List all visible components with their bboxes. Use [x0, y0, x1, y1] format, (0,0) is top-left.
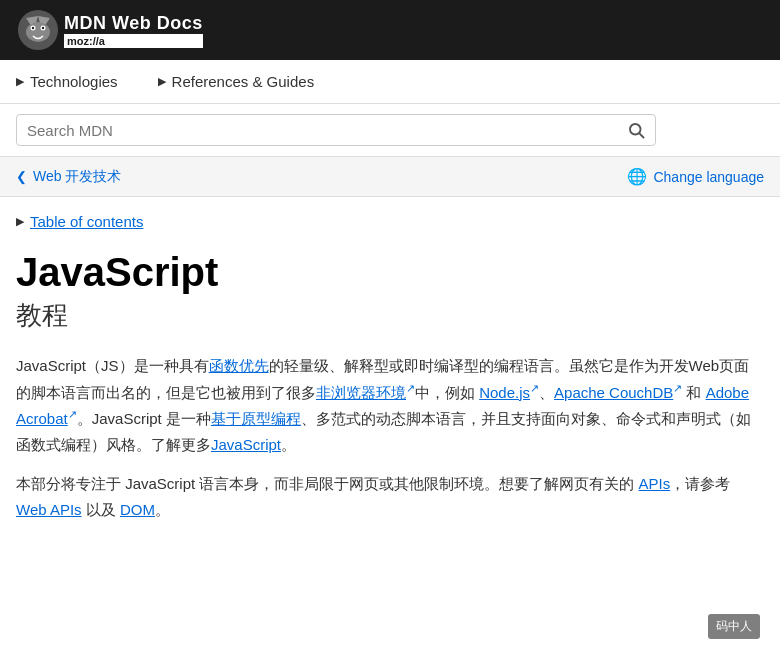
- p1-link-js-more[interactable]: JavaScript: [211, 436, 281, 453]
- p1-ext-icon-2: ↗: [530, 382, 539, 394]
- article-body: JavaScript 教程 JavaScript（JS）是一种具有函数优先的轻量…: [16, 250, 764, 522]
- p2-text2: ，请参考: [670, 475, 730, 492]
- technologies-nav-item[interactable]: ▶ Technologies: [16, 73, 118, 90]
- logo-mdn-text: MDN Web Docs: [64, 13, 203, 34]
- p2-text3: 以及: [82, 501, 120, 518]
- technologies-label: Technologies: [30, 73, 118, 90]
- article-subtitle: 教程: [16, 298, 764, 333]
- p1-link-nodejs[interactable]: Node.js: [479, 384, 530, 401]
- references-label: References & Guides: [172, 73, 315, 90]
- language-icon: 🌐: [627, 167, 647, 186]
- main-content: ▶ Table of contents JavaScript 教程 JavaSc…: [0, 197, 780, 560]
- breadcrumb: ❮ Web 开发技术: [16, 168, 121, 186]
- p1-link-functions-first[interactable]: 函数优先: [209, 357, 269, 374]
- logo-moz-text: moz://a: [64, 34, 203, 48]
- toc-toggle-arrow-icon: ▶: [16, 215, 24, 228]
- p1-link-prototype[interactable]: 基于原型编程: [211, 410, 301, 427]
- toc-link[interactable]: Table of contents: [30, 213, 143, 230]
- references-arrow-icon: ▶: [158, 75, 166, 88]
- article-title: JavaScript: [16, 250, 764, 294]
- p2-text4: 。: [155, 501, 170, 518]
- breadcrumb-link[interactable]: Web 开发技术: [33, 168, 121, 186]
- p1-link-couchdb[interactable]: Apache CouchDB: [554, 384, 673, 401]
- p2-text1: 本部分将专注于 JavaScript 语言本身，而非局限于网页或其他限制环境。想…: [16, 475, 639, 492]
- breadcrumb-bar: ❮ Web 开发技术 🌐 Change language: [0, 157, 780, 197]
- p1-ext-icon-1: ↗: [406, 382, 415, 394]
- p2-link-webapis[interactable]: Web APIs: [16, 501, 82, 518]
- search-input[interactable]: [27, 122, 627, 139]
- toc-section: ▶ Table of contents: [16, 213, 764, 230]
- breadcrumb-back-arrow: ❮: [16, 169, 27, 184]
- p1-end: 。: [281, 436, 296, 453]
- p1-sep1: 、: [539, 384, 554, 401]
- article-paragraph-1: JavaScript（JS）是一种具有函数优先的轻量级、解释型或即时编译型的编程…: [16, 353, 764, 457]
- p1-text-after-link2: 中，例如: [415, 384, 479, 401]
- svg-point-6: [32, 27, 34, 29]
- p1-text-after-link5: 。JavaScript 是一种: [77, 410, 211, 427]
- p1-ext-icon-4: ↗: [68, 408, 77, 420]
- logo[interactable]: MDN Web Docs moz://a: [16, 8, 203, 52]
- mdn-wolf-icon: [16, 8, 60, 52]
- svg-line-9: [639, 133, 643, 137]
- logo-text: MDN Web Docs moz://a: [64, 13, 203, 48]
- p2-link-apis[interactable]: APIs: [639, 475, 671, 492]
- p1-ext-icon-3: ↗: [673, 382, 682, 394]
- technologies-arrow-icon: ▶: [16, 75, 24, 88]
- page-header: MDN Web Docs moz://a: [0, 0, 780, 60]
- p1-text-after-link4: 和: [682, 384, 705, 401]
- p1-link-non-browser[interactable]: 非浏览器环境: [316, 384, 406, 401]
- change-language-button[interactable]: 🌐 Change language: [627, 167, 764, 186]
- svg-point-7: [42, 27, 44, 29]
- main-nav: ▶ Technologies ▶ References & Guides: [0, 60, 780, 104]
- references-nav-item[interactable]: ▶ References & Guides: [158, 73, 315, 90]
- change-language-label: Change language: [653, 169, 764, 185]
- search-icon: [627, 121, 645, 139]
- p2-link-dom[interactable]: DOM: [120, 501, 155, 518]
- p1-text-before-link1: JavaScript（JS）是一种具有: [16, 357, 209, 374]
- watermark: 码中人: [708, 614, 760, 639]
- article-paragraph-2: 本部分将专注于 JavaScript 语言本身，而非局限于网页或其他限制环境。想…: [16, 471, 764, 522]
- search-container: [16, 114, 656, 146]
- search-bar: [0, 104, 780, 157]
- toc-toggle[interactable]: ▶ Table of contents: [16, 213, 764, 230]
